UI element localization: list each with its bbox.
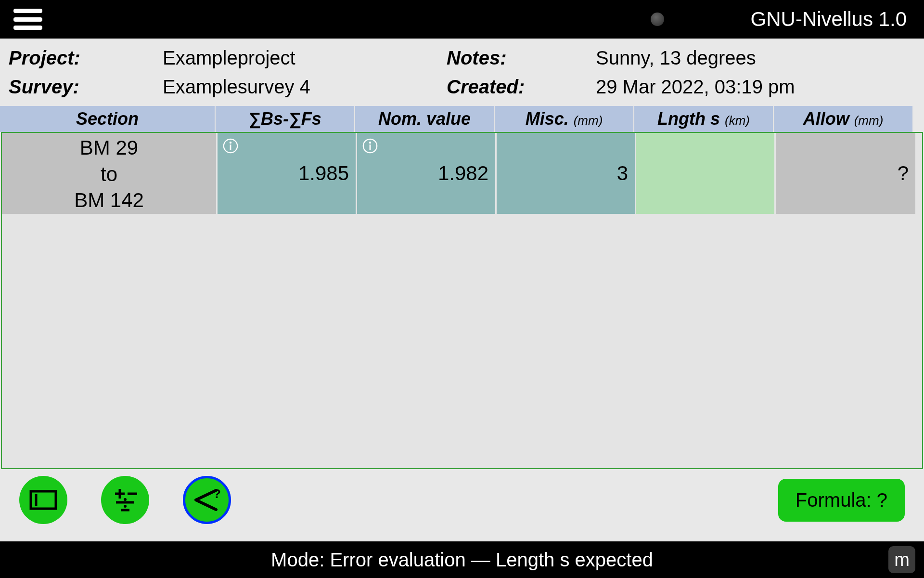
cell-section[interactable]: BM 29 to BM 142 — [2, 133, 218, 215]
created-label: Created: — [447, 72, 596, 101]
section-to-word: to — [101, 161, 117, 188]
topbar-right: GNU-Nivellus 1.0 — [651, 8, 907, 31]
evaluate-mode-button[interactable]: ? — [183, 476, 231, 524]
cell-allow-value: ? — [898, 162, 909, 185]
cell-nom[interactable]: 1.982 — [357, 133, 497, 215]
col-bs-fs: ∑Bs-∑Fs — [216, 106, 355, 132]
col-misc-unit: (mm) — [574, 113, 603, 128]
col-length-label: Lngth s — [657, 109, 720, 129]
menu-icon[interactable] — [13, 9, 42, 30]
survey-value: Examplesurvey 4 — [163, 72, 447, 101]
info-icon[interactable] — [362, 136, 378, 152]
svg-point-4 — [369, 142, 372, 144]
cell-bs-fs-value: 1.985 — [298, 162, 349, 185]
cell-bs-fs[interactable]: 1.985 — [218, 133, 357, 215]
col-misc: Misc. (mm) — [495, 106, 634, 132]
col-section: Section — [0, 106, 216, 132]
col-length: Lngth s (km) — [634, 106, 774, 132]
col-misc-label: Misc. — [526, 109, 569, 129]
col-length-unit: (km) — [725, 113, 750, 128]
col-allow: Allow (mm) — [774, 106, 913, 132]
status-bar: Mode: Error evaluation — Length s expect… — [0, 541, 924, 578]
app-title: GNU-Nivellus 1.0 — [751, 8, 907, 31]
record-mode-button[interactable] — [19, 476, 67, 524]
cell-allow[interactable]: ? — [776, 133, 915, 215]
mode-buttons: ? — [19, 476, 231, 524]
svg-point-13 — [124, 505, 127, 508]
info-icon[interactable] — [222, 136, 239, 152]
section-to: BM 142 — [74, 187, 144, 214]
table-body: BM 29 to BM 142 1.985 1.982 3 ? — [1, 132, 923, 469]
svg-point-12 — [124, 498, 127, 501]
col-allow-unit: (mm) — [854, 113, 884, 128]
project-value: Exampleproject — [163, 43, 447, 72]
svg-rect-5 — [370, 144, 371, 150]
col-allow-label: Allow — [803, 109, 849, 129]
svg-text:?: ? — [213, 486, 221, 501]
col-nom: Nom. value — [355, 106, 495, 132]
cell-length[interactable] — [636, 133, 776, 215]
notes-value: Sunny, 13 degrees — [596, 43, 915, 72]
svg-point-1 — [230, 142, 232, 144]
top-bar: GNU-Nivellus 1.0 — [0, 0, 924, 39]
calc-mode-button[interactable] — [101, 476, 149, 524]
table-row: BM 29 to BM 142 1.985 1.982 3 ? — [2, 133, 922, 215]
table-header-row: Section ∑Bs-∑Fs Nom. value Misc. (mm) Ln… — [0, 106, 924, 132]
created-value: 29 Mar 2022, 03:19 pm — [596, 72, 915, 101]
unit-toggle-button[interactable]: m — [888, 546, 915, 573]
svg-rect-6 — [31, 491, 56, 509]
survey-label: Survey: — [9, 72, 163, 101]
cell-misc[interactable]: 3 — [497, 133, 636, 215]
svg-rect-2 — [230, 144, 231, 150]
cell-misc-value: 3 — [617, 162, 628, 185]
formula-button[interactable]: Formula: ? — [778, 479, 905, 522]
info-panel: Project: Exampleproject Notes: Sunny, 13… — [0, 39, 924, 106]
status-text: Mode: Error evaluation — Length s expect… — [271, 549, 653, 571]
cell-nom-value: 1.982 — [438, 162, 488, 185]
project-label: Project: — [9, 43, 163, 72]
section-from: BM 29 — [80, 135, 138, 161]
toolbar: ? Formula: ? — [0, 469, 924, 531]
notes-label: Notes: — [447, 43, 596, 72]
status-led-icon — [651, 13, 664, 26]
